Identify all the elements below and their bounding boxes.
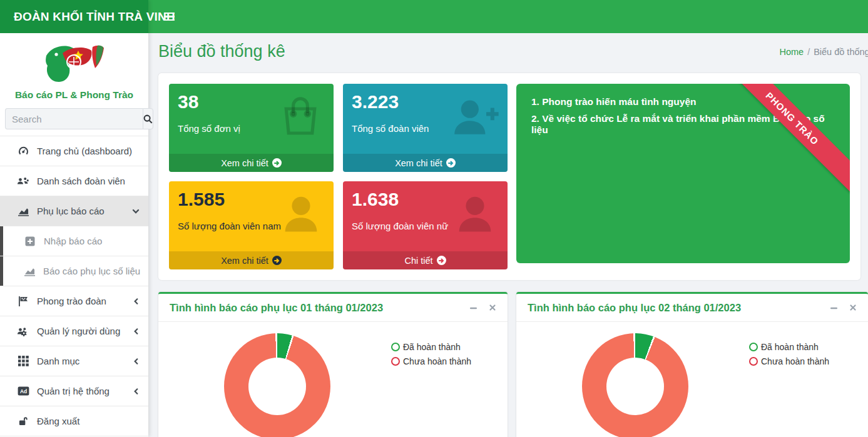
plus-square-icon	[24, 236, 36, 246]
arrow-circle-right-icon	[272, 256, 282, 265]
legend-ring-green	[749, 343, 758, 351]
sidebar-item-label: Danh mục	[37, 356, 133, 366]
breadcrumb-separator: /	[807, 47, 810, 57]
chart-body: Đã hoàn thành Chưa hoàn thành	[516, 322, 868, 437]
legend-label: Chưa hoàn thành	[761, 356, 829, 366]
user-plus-icon	[449, 93, 499, 144]
content-header: Biểu đồ thống kê Home/Biểu đồ thống kê	[158, 42, 868, 61]
chevron-left-icon	[133, 328, 140, 335]
shopping-bag-icon	[276, 93, 325, 144]
minimize-icon[interactable]	[830, 304, 838, 312]
chevron-left-icon	[133, 358, 140, 365]
arrow-circle-right-icon	[272, 158, 282, 168]
stat-detail-link[interactable]: Xem chi tiết	[169, 251, 334, 269]
arrow-circle-right-icon	[446, 158, 456, 168]
svg-text:Ad: Ad	[19, 388, 26, 394]
sidebar-item-label: Phong trào đoàn	[37, 296, 133, 306]
minimize-icon[interactable]	[469, 304, 477, 312]
ad-icon: Ad	[17, 386, 29, 396]
user-icon	[277, 190, 325, 240]
lock-open-icon	[17, 416, 29, 426]
sidebar-item-member-list[interactable]: Danh sách đoàn viên	[0, 166, 148, 196]
stats-grid: 38 Tổng số đơn vị Xem chi tiết	[169, 84, 508, 269]
arrow-circle-right-icon	[437, 256, 446, 265]
chart-legend: Đã hoàn thành Chưa hoàn thành	[391, 342, 471, 371]
chart-card-appendix-01: Tình hình báo cáo phụ lục 01 tháng 01/20…	[158, 292, 508, 437]
brand-header[interactable]: ĐOÀN KHỐI TỈNH TRÀ VINH	[0, 0, 148, 33]
sidebar: ĐOÀN KHỐI TỈNH TRÀ VINH Báo cáo PL & Pho…	[0, 0, 148, 437]
chart-legend: Đã hoàn thành Chưa hoàn thành	[749, 342, 829, 371]
search-input[interactable]	[5, 108, 143, 129]
top-navbar	[148, 0, 868, 33]
sidebar-item-categories[interactable]: Danh mục	[0, 346, 148, 376]
sidebar-item-label: Phụ lục báo cáo	[37, 206, 132, 216]
stat-box-total-members: 3.223 Tổng số đoàn viên Xem chi tiết	[343, 84, 508, 172]
sidebar-item-dashboard[interactable]: Trang chủ (dashboard)	[0, 136, 148, 166]
search-button[interactable]	[143, 108, 153, 129]
card-header: Tình hình báo cáo phụ lục 02 tháng 01/20…	[516, 294, 868, 322]
stat-detail-link[interactable]: Chi tiết	[343, 251, 508, 269]
sidebar-item-enter-report[interactable]: Nhập báo cáo	[0, 226, 148, 256]
breadcrumb-home-link[interactable]: Home	[779, 47, 804, 57]
sidebar-item-label: Trang chủ (dashboard)	[37, 146, 140, 156]
close-icon[interactable]	[849, 304, 857, 312]
legend-ring-green	[391, 343, 400, 351]
stat-box-male-members: 1.585 Số lượng đoàn viên nam Xem chi tiế…	[169, 181, 334, 269]
app-name: Báo cáo PL & Phong Trào	[0, 87, 148, 108]
sidebar-submenu: Nhập báo cáo Báo cáo phụ lục số liệu	[0, 226, 148, 286]
chevron-left-icon	[133, 388, 140, 395]
sidebar-search	[0, 108, 148, 136]
flag-icon	[17, 296, 29, 307]
sidebar-item-report-data[interactable]: Báo cáo phụ lục số liệu	[0, 256, 148, 286]
sidebar-item-label: Nhập báo cáo	[44, 236, 140, 246]
legend-ring-red	[749, 357, 758, 366]
legend-ring-red	[391, 357, 400, 366]
chevron-down-icon	[132, 208, 140, 215]
stat-detail-label: Xem chi tiết	[395, 158, 442, 168]
stat-detail-link[interactable]: Xem chi tiết	[343, 154, 508, 172]
announcement-line: 1. Phong trào hiến máu tình nguyện	[531, 96, 835, 108]
chart-card-appendix-02: Tình hình báo cáo phụ lục 02 tháng 01/20…	[516, 292, 868, 437]
legend-item-done[interactable]: Đã hoàn thành	[749, 342, 829, 352]
donut-chart-appendix-02[interactable]	[582, 333, 688, 437]
chart-area-icon	[17, 206, 29, 216]
charts-row: Tình hình báo cáo phụ lục 01 tháng 01/20…	[158, 292, 868, 437]
sidebar-item-youth-movement[interactable]: Phong trào đoàn	[0, 286, 148, 316]
app-window: ĐOÀN KHỐI TỈNH TRÀ VINH Báo cáo PL & Pho…	[0, 0, 868, 437]
stat-box-total-units: 38 Tổng số đơn vị Xem chi tiết	[169, 84, 334, 172]
card-header: Tình hình báo cáo phụ lục 01 tháng 01/20…	[158, 294, 508, 322]
dashboard-icon	[17, 145, 29, 157]
legend-item-done[interactable]: Đã hoàn thành	[391, 342, 471, 352]
sidebar-item-report-appendix[interactable]: Phụ lục báo cáo	[0, 196, 148, 226]
breadcrumb-current: Biểu đồ thống kê	[814, 47, 868, 57]
stats-container: 38 Tổng số đơn vị Xem chi tiết	[158, 73, 860, 280]
chart-area-icon	[24, 266, 36, 276]
legend-item-not-done[interactable]: Chưa hoàn thành	[749, 356, 829, 366]
content-area: Biểu đồ thống kê Home/Biểu đồ thống kê 3…	[148, 33, 868, 437]
announcement-line: 2. Về việc tổ chức Lễ ra mắt và triển kh…	[531, 113, 835, 136]
legend-label: Chưa hoàn thành	[403, 356, 471, 366]
legend-item-not-done[interactable]: Chưa hoàn thành	[391, 356, 471, 366]
stat-box-female-members: 1.638 Số lượng đoàn viên nữ Chi tiết	[343, 181, 508, 269]
org-logo	[0, 33, 148, 87]
sidebar-menu: Trang chủ (dashboard) Danh sách đoàn viê…	[0, 136, 148, 437]
sidebar-item-label: Quản trị hệ thống	[37, 386, 133, 396]
breadcrumb: Home/Biểu đồ thống kê	[779, 47, 868, 57]
stat-detail-label: Xem chi tiết	[221, 256, 268, 266]
sidebar-item-logout[interactable]: Đăng xuất	[0, 406, 148, 436]
sidebar-item-user-management[interactable]: Quản lý người dùng	[0, 316, 148, 346]
card-title: Tình hình báo cáo phụ lục 01 tháng 01/20…	[170, 302, 469, 314]
sidebar-item-label: Danh sách đoàn viên	[37, 176, 140, 186]
users-icon	[17, 176, 29, 187]
chart-body: Đã hoàn thành Chưa hoàn thành	[158, 322, 508, 437]
close-icon[interactable]	[489, 304, 496, 312]
users-cog-icon	[17, 326, 29, 337]
main-area: Biểu đồ thống kê Home/Biểu đồ thống kê 3…	[148, 0, 868, 437]
stat-detail-link[interactable]: Xem chi tiết	[169, 154, 334, 172]
grid-icon	[17, 356, 29, 366]
sidebar-item-system-admin[interactable]: Ad Quản trị hệ thống	[0, 376, 148, 406]
donut-chart-appendix-01[interactable]	[224, 333, 330, 437]
stat-detail-label: Chi tiết	[404, 256, 432, 266]
chevron-left-icon	[133, 298, 140, 305]
card-title: Tình hình báo cáo phụ lục 02 tháng 01/20…	[528, 302, 830, 314]
